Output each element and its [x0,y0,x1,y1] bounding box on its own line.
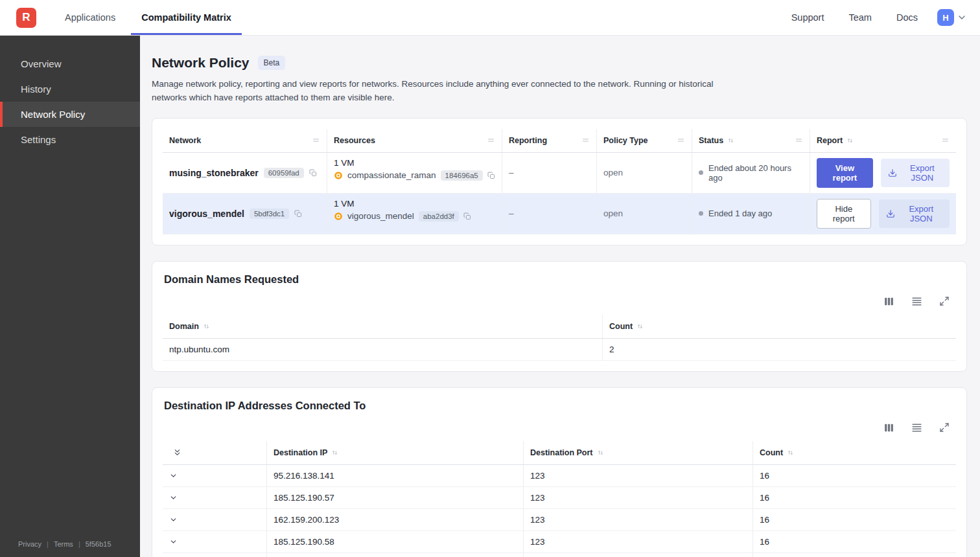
chevron-down-icon[interactable] [169,538,178,546]
sort-icon[interactable] [331,449,338,457]
domain-cell: ntp.ubuntu.com [163,339,602,360]
topbar-spacer [242,0,784,35]
page-header: Network Policy Beta [152,55,967,71]
beta-badge: Beta [258,56,286,70]
page-title: Network Policy [152,55,250,71]
resize-handle-icon[interactable] [581,136,590,144]
sort-icon[interactable] [636,323,644,330]
expand-all-icon[interactable] [173,448,181,457]
count-cell: 16 [752,509,956,530]
chevron-down-icon[interactable] [169,516,178,524]
destination-ip-cell: 95.216.138.141 [266,465,523,486]
resize-handle-icon[interactable] [312,136,320,144]
networks-card: Network Resources Reporting Policy Type … [152,118,967,245]
destination-ips-card: Destination IP Addresses Connected To De… [152,387,967,557]
network-row: vigorous_mendel 5bdf3dc1 1 VM vigorous_m… [163,194,956,234]
resource-line: compassionate_raman 184696a5 [334,170,495,181]
row-expander-cell [163,531,266,552]
columns-icon[interactable] [883,422,894,433]
nav-team[interactable]: Team [841,12,879,23]
sidebar-item-settings[interactable]: Settings [0,127,140,152]
destination-ip-cell: 185.125.190.57 [266,487,523,508]
sort-icon[interactable] [727,137,734,144]
col-network: Network [163,129,327,152]
resize-handle-icon[interactable] [677,136,685,144]
sidebar-item-network-policy[interactable]: Network Policy [0,102,140,127]
nav-applications[interactable]: Applications [54,0,126,35]
hide-report-button[interactable]: Hide report [817,199,871,229]
export-json-label: Export JSON [900,204,943,223]
copy-icon[interactable] [463,212,471,220]
destination-ips-card-title: Destination IP Addresses Connected To [163,398,956,412]
network-row: musing_stonebraker 60959fad 1 VM compass… [163,153,956,194]
col-reporting: Reporting [502,129,596,152]
rows-icon[interactable] [911,296,922,307]
user-menu-chevron-icon[interactable] [957,12,967,23]
col-destination-port: Destination Port [523,441,752,464]
expand-icon[interactable] [939,422,950,433]
terms-link[interactable]: Terms [54,540,73,548]
sidebar-item-history[interactable]: History [0,76,140,102]
copy-icon[interactable] [487,172,495,179]
ips-table-header: Destination IP Destination Port Count [163,441,956,465]
sort-icon[interactable] [597,449,604,457]
sidebar-footer: Privacy | Terms | 5f56b15 [0,540,140,557]
expand-icon[interactable] [939,296,950,306]
resource-count: 1 VM [334,199,355,209]
status-cell: Ended about 20 hours ago [692,153,810,193]
resize-handle-icon[interactable] [795,136,803,144]
col-domain-label: Domain [169,322,199,331]
col-policy-type-label: Policy Type [603,136,648,145]
network-name-cell: vigorous_mendel 5bdf3dc1 [163,194,327,234]
sort-icon[interactable] [203,323,210,330]
rows-icon[interactable] [911,422,922,433]
footer-separator: | [47,540,49,548]
col-count: Count [752,441,956,464]
sort-icon[interactable] [846,137,854,144]
export-json-button[interactable]: Export JSON [881,159,950,187]
chevron-down-icon[interactable] [169,494,178,502]
row-expander-cell [163,553,266,557]
download-icon [886,209,895,218]
domains-card: Domain Names Requested Domain Count ntp.… [152,261,967,372]
resize-handle-icon[interactable] [487,136,495,144]
build-hash: 5f56b15 [86,540,111,548]
resize-handle-icon[interactable] [941,136,950,144]
sidebar-item-overview[interactable]: Overview [0,51,140,76]
col-status-label: Status [699,136,723,145]
nav-compatibility-matrix[interactable]: Compatibility Matrix [131,0,242,35]
export-json-button[interactable]: Export JSON [879,199,950,228]
view-report-button[interactable]: View report [817,158,873,188]
network-name: vigorous_mendel [169,209,244,219]
report-cell: View report Export JSON [810,153,956,193]
chevron-down-icon[interactable] [169,472,178,480]
resource-icon [334,212,343,221]
columns-icon[interactable] [883,296,894,307]
network-name: musing_stonebraker [169,168,259,178]
copy-icon[interactable] [294,210,302,218]
status-text: Ended about 20 hours ago [708,163,803,183]
copy-icon[interactable] [309,169,317,177]
destination-port-cell: 123 [523,509,752,530]
col-reporting-label: Reporting [509,136,547,145]
sort-icon[interactable] [787,449,794,457]
destination-port-cell: 123 [523,531,752,552]
count-cell: 16 [752,465,956,486]
nav-docs[interactable]: Docs [889,12,926,23]
user-avatar[interactable]: H [937,9,954,26]
main-content: Network Policy Beta Manage network polic… [140,36,980,557]
resource-name: compassionate_raman [347,170,436,180]
nav-support[interactable]: Support [784,12,832,23]
resource-name: vigorous_mendel [347,211,414,221]
status-cell: Ended 1 day ago [692,194,810,234]
ip-row: 95.216.100.21 123 16 [163,553,956,557]
col-status: Status [692,129,810,152]
col-destination-ip-label: Destination IP [274,448,327,457]
network-id-badge: 60959fad [264,168,304,178]
domains-card-title: Domain Names Requested [163,272,956,286]
resource-id-badge: aba2dd3f [419,211,459,222]
destination-port-cell: 123 [523,553,752,557]
app-logo[interactable]: R [16,8,36,28]
privacy-link[interactable]: Privacy [18,540,41,548]
row-expander-cell [163,509,266,530]
